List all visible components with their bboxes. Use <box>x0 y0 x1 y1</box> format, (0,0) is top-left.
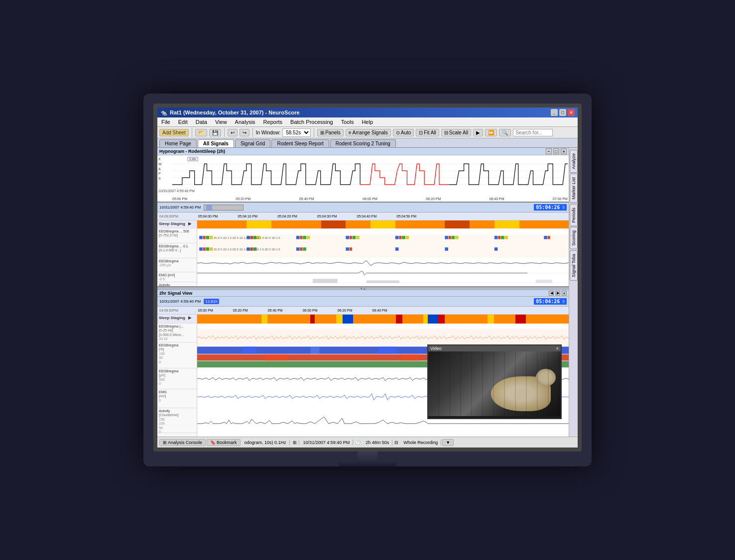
eeg1-label: EEGBregma ... 500 <box>159 229 195 233</box>
status-info1: odogram, 10s) 0.1Hz <box>242 440 290 446</box>
svg-rect-15 <box>303 236 306 239</box>
scale-all-button[interactable]: ⊟ Scale All <box>441 129 471 136</box>
fast-forward-button[interactable]: ⏩ <box>485 129 497 136</box>
menu-help[interactable]: Help <box>360 118 375 125</box>
in-window-select[interactable]: 58.52s <box>282 128 311 137</box>
monitor-outer: 🐀 Rat1 (Wednesday, October 31, 2007) - N… <box>143 94 592 466</box>
hypno-duration: 2.8h <box>187 157 198 161</box>
sidebar-tab-marker-list[interactable]: Marker List <box>570 174 578 203</box>
arrange-signals-button[interactable]: ≡ Arrange Signals <box>346 129 391 136</box>
menu-file[interactable]: File <box>159 118 172 125</box>
signal-2hr-title-bar: 2hr Signal View ◀ ▶ × <box>157 290 569 297</box>
status-dropdown[interactable]: ▼ <box>442 439 454 446</box>
signal-content-top: Sleep Staging ▶ EEGBregma ... 500 [0-752… <box>157 221 569 287</box>
panel-collapse-btn[interactable]: − <box>546 148 552 154</box>
sidebar-tab-signal-toba[interactable]: Signal Toba <box>570 250 578 281</box>
panel-close-btn[interactable]: × <box>561 148 567 154</box>
panel-expand-btn[interactable]: □ <box>553 148 559 154</box>
panel-close-2hr[interactable]: × <box>562 291 567 296</box>
play-icon-2[interactable]: ▶ <box>188 316 191 320</box>
add-sheet-button[interactable]: Add Sheet <box>159 129 189 136</box>
menu-batch[interactable]: Batch Processing <box>288 118 335 125</box>
maximize-button[interactable]: □ <box>559 109 566 116</box>
svg-text:25 D   5 1D  1.5  2D   5 1D  1: 25 D 5 1D 1.5 2D 5 1D 1.5 2D 5 1D 1.5 2D… <box>214 248 280 251</box>
monitor-screen: 🐀 Rat1 (Wednesday, October 31, 2007) - N… <box>153 104 582 451</box>
signal-chart-area-bottom: Video × <box>197 315 569 437</box>
redo-button[interactable]: ↪ <box>240 129 249 136</box>
svg-rect-24 <box>406 236 409 239</box>
undo-button[interactable]: ↩ <box>228 129 238 136</box>
activity-bottom-label: Activity <box>159 409 195 413</box>
svg-text:25 D   5 1D  1.5  2D   5 1D  1: 25 D 5 1D 1.5 2D 5 1D 1.5 2D 5 1D 1.5 2D… <box>214 236 280 239</box>
svg-rect-32 <box>505 236 508 239</box>
sidebar-tab-periods[interactable]: Periods <box>570 204 578 226</box>
svg-rect-46 <box>303 247 306 251</box>
console-icon: ⊞ <box>163 440 167 445</box>
svg-rect-66 <box>243 346 256 354</box>
tab-all-signals[interactable]: All Signals <box>198 139 234 147</box>
sidebar-tab-analyze[interactable]: Analyze <box>570 150 578 173</box>
svg-rect-30 <box>498 236 500 239</box>
save-button[interactable]: 💾 <box>209 129 221 136</box>
analysis-console-button[interactable]: ⊞ Analysis Console <box>159 439 206 446</box>
svg-rect-59 <box>367 280 399 283</box>
tabs-bar: Home Page All Signals Signal Grid Rodent… <box>157 138 578 148</box>
svg-rect-7 <box>206 236 209 239</box>
tab-scoring-tuning[interactable]: Rodent Scoring 2 Tuning <box>330 139 396 147</box>
nav-next[interactable]: ▶ <box>555 291 560 296</box>
hypnogram-title: Hypnogram - RodentSleep (2h) <box>159 149 225 154</box>
svg-rect-49 <box>395 247 399 251</box>
bottom-clock-display: 05:04:26 9 <box>534 298 567 305</box>
close-button[interactable]: × <box>568 109 575 116</box>
auto-button[interactable]: ⊙ Auto <box>393 129 414 136</box>
signal-nav-bar-top: 10/31/2007 4:59:40 PM 05:04:26 9 <box>157 203 569 213</box>
tab-signal-grid[interactable]: Signal Grid <box>235 139 270 147</box>
menu-data[interactable]: Data <box>194 118 209 125</box>
app-icon: 🐀 <box>160 110 167 116</box>
fit-all-button[interactable]: ⊡ Fit All <box>416 129 439 136</box>
nav-timestamp-bottom: 10/31/2007 4:59:40 PM <box>159 299 201 304</box>
svg-rect-29 <box>494 236 498 239</box>
menu-tools[interactable]: Tools <box>339 118 356 125</box>
hypno-time-axis: 05:00 PM 05:20 PM 05:40 PM 06:00 PM 06:2… <box>172 197 568 201</box>
sleep-staging-label: Sleep Staging ▶ <box>157 221 197 228</box>
menu-edit[interactable]: Edit <box>176 118 190 125</box>
eeg1-sublabel: [0-752.3 Hz] <box>159 233 195 237</box>
menu-view[interactable]: View <box>213 118 229 125</box>
sleep-staging-bar-top <box>197 221 569 228</box>
menu-reports[interactable]: Reports <box>261 118 285 125</box>
tab-rodent-sleep[interactable]: Rodent Sleep Report <box>271 139 329 147</box>
video-close-btn[interactable]: × <box>556 346 559 351</box>
search-input[interactable] <box>513 129 553 136</box>
search-button[interactable]: 🔍 <box>499 129 511 136</box>
nav-prev[interactable]: ◀ <box>549 291 554 296</box>
signal-chart-area-top: 25 D 5 1D 1.5 2D 5 1D 1.5 2D 5 1D 1.5 2D… <box>197 221 569 287</box>
top-clock-display: 05:04:26 9 <box>534 204 567 211</box>
eeg3-bottom-label: EEGBregma <box>159 369 195 373</box>
svg-rect-34 <box>548 236 550 239</box>
svg-rect-22 <box>399 236 401 239</box>
in-window-label: In Window: <box>256 130 280 135</box>
bookmark-button[interactable]: 🔖 Bookmark <box>207 439 241 446</box>
svg-rect-5 <box>199 236 203 239</box>
hypno-chart <box>172 156 568 193</box>
bookmark-icon: 🔖 <box>210 440 216 445</box>
video-content <box>428 351 561 416</box>
play-button[interactable]: ▶ <box>473 129 483 136</box>
sidebar-tab-scoring[interactable]: Scoring <box>570 227 578 249</box>
svg-rect-25 <box>445 236 448 239</box>
hypno-y-axis: XWAPS <box>158 157 162 181</box>
open-button[interactable]: 📂 <box>195 129 207 136</box>
panels-button[interactable]: ⊞ Panels <box>317 129 344 136</box>
2hr-view-label: 2hr Signal View <box>159 291 192 296</box>
tab-home-page[interactable]: Home Page <box>159 139 197 147</box>
play-icon[interactable]: ▶ <box>188 222 191 226</box>
svg-rect-47 <box>346 247 349 251</box>
svg-rect-61 <box>197 329 569 346</box>
menu-analysis[interactable]: Analysis <box>233 118 257 125</box>
status-separator1: ⊞ <box>291 440 299 445</box>
window-title: Rat1 (Wednesday, October 31, 2007) - Neu… <box>170 110 300 115</box>
svg-rect-26 <box>449 236 451 239</box>
signal-nav-bar-bottom: 10/31/2007 4:59:40 PM 12.81h 05:04:26 9 <box>157 297 569 307</box>
minimize-button[interactable]: _ <box>551 109 558 116</box>
